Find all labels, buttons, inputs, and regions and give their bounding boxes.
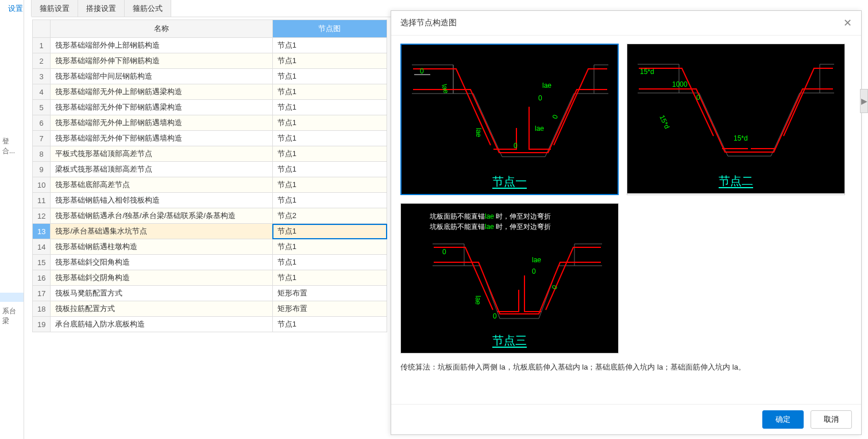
svg-text:lae: lae bbox=[474, 296, 482, 305]
cancel-button[interactable]: 取消 bbox=[811, 410, 852, 429]
row-number: 8 bbox=[33, 146, 51, 162]
row-node-cell[interactable]: 矩形布置 bbox=[272, 301, 387, 317]
row-node-cell[interactable]: 节点1 bbox=[272, 317, 387, 332]
row-node-cell[interactable]: 节点1 bbox=[272, 53, 387, 69]
table-row[interactable]: 10筏形基础底部高差节点节点1 bbox=[33, 177, 387, 193]
header-node[interactable]: 节点图 bbox=[272, 20, 387, 38]
tab-lap-settings[interactable]: 搭接设置 bbox=[78, 0, 125, 17]
header-rownum bbox=[33, 20, 51, 38]
row-number: 1 bbox=[33, 38, 51, 53]
table-row[interactable]: 14筏形基础钢筋遇柱墩构造节点1 bbox=[33, 239, 387, 255]
svg-text:lae: lae bbox=[474, 128, 483, 137]
svg-text:0: 0 bbox=[550, 284, 560, 290]
row-name-cell[interactable]: 筏板拉筋配置方式 bbox=[51, 301, 272, 317]
row-name-cell[interactable]: 筏形基础端部外伸上部钢筋构造 bbox=[51, 38, 272, 53]
modal-description: 传统算法：坑板面筋伸入两侧 la，坑板底筋伸入基础内 la；基础底筋伸入坑内 l… bbox=[400, 362, 852, 374]
node-diagram-modal: 选择节点构造图 ✕ 0 bbox=[391, 10, 862, 435]
table-row[interactable]: 18筏板拉筋配置方式矩形布置 bbox=[33, 301, 387, 317]
row-number: 19 bbox=[33, 317, 51, 332]
svg-text:0: 0 bbox=[696, 94, 700, 102]
row-name-cell[interactable]: 筏形基础底部高差节点 bbox=[51, 177, 272, 193]
row-name-cell[interactable]: 筏形基础端部中间层钢筋构造 bbox=[51, 69, 272, 84]
left-item-active[interactable] bbox=[0, 293, 24, 302]
row-name-cell[interactable]: 梁板式筏形基础顶部高差节点 bbox=[51, 162, 272, 177]
diagram-option-1[interactable]: 0 lae lae 0 lae 0 lae 0 节点一 bbox=[400, 44, 619, 195]
svg-text:坑板面筋不能直锚lae 时，伸至对边弯折: 坑板面筋不能直锚lae 时，伸至对边弯折 bbox=[429, 212, 551, 220]
table-row[interactable]: 5筏形基础端部无外伸下部钢筋遇梁构造节点1 bbox=[33, 100, 387, 115]
row-name-cell[interactable]: 筏板马凳筋配置方式 bbox=[51, 286, 272, 301]
row-name-cell[interactable]: 筏形基础斜交阳角构造 bbox=[51, 255, 272, 270]
row-node-cell[interactable]: 节点1 bbox=[272, 69, 387, 84]
row-node-cell[interactable]: 节点1 bbox=[272, 38, 387, 53]
row-name-cell[interactable]: 筏形基础端部外伸下部钢筋构造 bbox=[51, 53, 272, 69]
row-node-cell[interactable]: 节点1 bbox=[272, 162, 387, 177]
row-node-cell[interactable]: 节点1 bbox=[272, 255, 387, 270]
row-node-cell[interactable]: 节点1 bbox=[272, 100, 387, 115]
table-row[interactable]: 17筏板马凳筋配置方式矩形布置 bbox=[33, 286, 387, 301]
row-node-cell[interactable]: 节点1 bbox=[272, 115, 387, 131]
table-row[interactable]: 19承台底筋锚入防水底板构造节点1 bbox=[33, 317, 387, 332]
ok-button[interactable]: 确定 bbox=[762, 410, 804, 429]
row-name-cell[interactable]: 筏形基础端部无外伸下部钢筋遇墙构造 bbox=[51, 131, 272, 146]
table-row[interactable]: 4筏形基础端部无外伸上部钢筋遇梁构造节点1 bbox=[33, 84, 387, 100]
svg-text:lae: lae bbox=[542, 81, 551, 90]
row-node-cell[interactable]: 节点1 bbox=[272, 193, 387, 208]
svg-text:lae: lae bbox=[440, 83, 450, 94]
table-row[interactable]: 11筏形基础钢筋锚入相邻筏板构造节点1 bbox=[33, 193, 387, 208]
table-row[interactable]: 9梁板式筏形基础顶部高差节点节点1 bbox=[33, 162, 387, 177]
row-number: 5 bbox=[33, 100, 51, 115]
diagram-caption-2: 节点二 bbox=[627, 173, 844, 189]
row-number: 2 bbox=[33, 53, 51, 69]
row-name-cell[interactable]: 筏形基础斜交阴角构造 bbox=[51, 270, 272, 286]
row-name-cell[interactable]: 筏形基础端部无外伸上部钢筋遇墙构造 bbox=[51, 115, 272, 131]
tabs-bar: 设置 箍筋设置 搭接设置 箍筋公式 bbox=[0, 0, 391, 17]
diagram-option-3[interactable]: 坑板面筋不能直锚lae 时，伸至对边弯折 坑板底筋不能直锚lae 时，伸至对边弯… bbox=[400, 203, 619, 353]
close-icon[interactable]: ✕ bbox=[843, 17, 852, 29]
diagram-option-2[interactable]: 15*d 1000 0 15*d 15*d 节点二 bbox=[627, 44, 845, 195]
row-name-cell[interactable]: 筏形基础钢筋遇承台/独基/承台梁/基础联系梁/条基构造 bbox=[51, 208, 272, 224]
row-name-cell[interactable]: 筏形基础端部无外伸下部钢筋遇梁构造 bbox=[51, 100, 272, 115]
table-row[interactable]: 12筏形基础钢筋遇承台/独基/承台梁/基础联系梁/条基构造节点2 bbox=[33, 208, 387, 224]
row-node-cell[interactable]: 节点2 bbox=[272, 208, 387, 224]
tab-stirrup-formula[interactable]: 箍筋公式 bbox=[125, 0, 171, 17]
row-number: 3 bbox=[33, 69, 51, 84]
row-name-cell[interactable]: 筏形基础端部无外伸上部钢筋遇梁构造 bbox=[51, 84, 272, 100]
row-name-cell[interactable]: 筏形基础钢筋锚入相邻筏板构造 bbox=[51, 193, 272, 208]
row-node-cell[interactable]: 节点1 bbox=[272, 177, 387, 193]
table-row[interactable]: 6筏形基础端部无外伸上部钢筋遇墙构造节点1 bbox=[33, 115, 387, 131]
row-node-cell[interactable]: 节点1 bbox=[272, 270, 387, 286]
row-node-cell[interactable]: 节点1 bbox=[272, 146, 387, 162]
diagram-caption-1: 节点一 bbox=[402, 174, 618, 189]
table-row[interactable]: 3筏形基础端部中间层钢筋构造节点1 bbox=[33, 69, 387, 84]
table-row[interactable]: 1筏形基础端部外伸上部钢筋构造节点1 bbox=[33, 38, 387, 53]
row-node-cell[interactable]: 节点1 bbox=[272, 131, 387, 146]
tab-stirrup-settings[interactable]: 箍筋设置 bbox=[32, 0, 78, 17]
row-name-cell[interactable]: 筏形/承台基础遇集水坑节点 bbox=[51, 224, 272, 239]
table-row[interactable]: 15筏形基础斜交阳角构造节点1 bbox=[33, 255, 387, 270]
table-row[interactable]: 16筏形基础斜交阴角构造节点1 bbox=[33, 270, 387, 286]
settings-table: 名称 节点图 1筏形基础端部外伸上部钢筋构造节点12筏形基础端部外伸下部钢筋构造… bbox=[32, 20, 387, 332]
row-node-cell[interactable]: 矩形布置 bbox=[272, 286, 387, 301]
row-name-cell[interactable]: 承台底筋锚入防水底板构造 bbox=[51, 317, 272, 332]
table-row[interactable]: 8平板式筏形基础顶部高差节点节点1 bbox=[33, 146, 387, 162]
table-row[interactable]: 7筏形基础端部无外伸下部钢筋遇墙构造节点1 bbox=[33, 131, 387, 146]
left-item-1[interactable]: 系台梁 bbox=[0, 302, 24, 331]
row-number: 14 bbox=[33, 239, 51, 255]
collapse-right-icon[interactable]: ▶ bbox=[860, 89, 868, 113]
row-number: 17 bbox=[33, 286, 51, 301]
row-name-cell[interactable]: 平板式筏形基础顶部高差节点 bbox=[51, 146, 272, 162]
row-number: 11 bbox=[33, 193, 51, 208]
modal-title: 选择节点构造图 bbox=[400, 18, 457, 28]
svg-text:0: 0 bbox=[514, 142, 518, 150]
row-number: 6 bbox=[33, 115, 51, 131]
svg-text:1000: 1000 bbox=[672, 80, 688, 88]
svg-text:0: 0 bbox=[551, 114, 560, 120]
table-row[interactable]: 2筏形基础端部外伸下部钢筋构造节点1 bbox=[33, 53, 387, 69]
row-name-cell[interactable]: 筏形基础钢筋遇柱墩构造 bbox=[51, 239, 272, 255]
left-item-0[interactable]: 登合... bbox=[0, 132, 24, 161]
row-node-cell[interactable]: 节点1 bbox=[272, 224, 387, 239]
svg-text:0: 0 bbox=[493, 312, 497, 320]
row-node-cell[interactable]: 节点1 bbox=[272, 239, 387, 255]
row-node-cell[interactable]: 节点1 bbox=[272, 84, 387, 100]
table-row[interactable]: 13筏形/承台基础遇集水坑节点节点1 bbox=[33, 224, 387, 239]
